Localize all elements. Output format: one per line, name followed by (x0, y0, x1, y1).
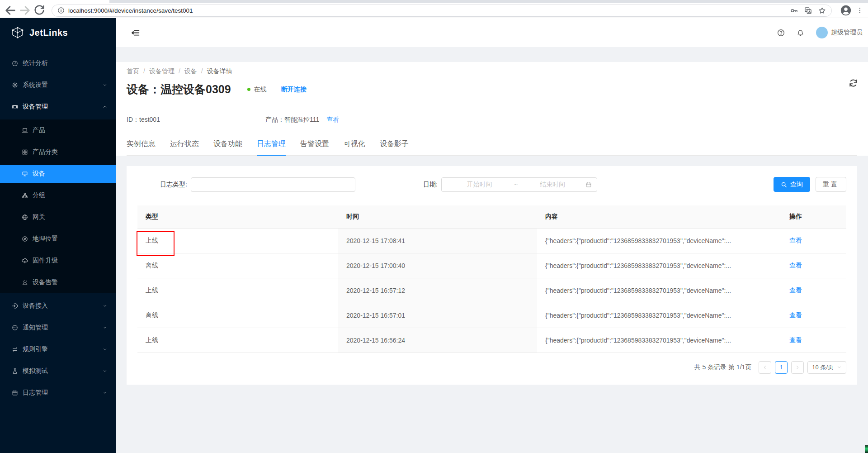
cell-time: 2020-12-15 16:56:24 (338, 328, 537, 353)
col-time: 时间 (338, 205, 537, 228)
cluster-icon (22, 192, 28, 199)
cell-content: {"headers":{"productId":"123685983383270… (537, 253, 781, 278)
reload-icon[interactable] (33, 5, 45, 16)
device-manage-icon (12, 104, 18, 110)
sidebar-item-compass[interactable]: 地理位置 (0, 230, 116, 248)
date-range-picker[interactable]: 开始时间 ~ 结束时间 (441, 177, 597, 192)
detail-tabs: 实例信息运行状态设备功能日志管理告警设置可视化设备影子 (127, 139, 857, 156)
breadcrumb-device[interactable]: 设备 (184, 67, 197, 75)
calendar-icon (12, 390, 18, 396)
cell-time: 2020-12-15 17:08:41 (338, 228, 537, 253)
sidebar-item-monitor[interactable]: 设备 (0, 165, 116, 183)
end-time-placeholder: 结束时间 (519, 181, 585, 189)
cell-action: 查看 (781, 328, 846, 353)
login-icon (12, 303, 18, 309)
view-log-link[interactable]: 查看 (789, 311, 802, 319)
browser-menu-kebab-icon[interactable] (856, 5, 863, 16)
view-log-link[interactable]: 查看 (789, 262, 802, 269)
grid-icon (22, 149, 28, 155)
screen-artifact (865, 445, 868, 453)
tab-实例信息[interactable]: 实例信息 (127, 139, 156, 155)
logo-cube-icon (11, 26, 24, 39)
breadcrumb-current: 设备详情 (207, 67, 232, 75)
view-log-link[interactable]: 查看 (789, 286, 802, 294)
chevron-down-icon (102, 390, 108, 396)
sidebar-item-swap[interactable]: 规则引擎 (0, 340, 116, 358)
disconnect-link[interactable]: 断开连接 (281, 86, 307, 94)
menu-fold-icon[interactable] (131, 29, 140, 37)
pagination: 共 5 条记录 第 1/1页 1 10 条/页 (137, 361, 846, 374)
date-label: 日期: (423, 181, 438, 189)
app-logo[interactable]: JetLinks (0, 18, 116, 47)
cell-content: {"headers":{"productId":"123685983383270… (537, 278, 781, 303)
table-row: 上线 2020-12-15 16:57:12 {"headers":{"prod… (137, 278, 846, 303)
app-header: 超级管理员 (116, 18, 868, 47)
log-table: 类型 时间 内容 操作 上线 2020-12-15 17:08:41 {"hea… (137, 205, 846, 353)
page-1-button[interactable]: 1 (775, 361, 788, 374)
cell-time: 2020-12-15 16:57:01 (338, 303, 537, 328)
page-header: 首页/设备管理/设备/设备详情 设备：温控设备0309 在线 断开连接 ID：t… (116, 62, 868, 156)
page-size-select[interactable]: 10 条/页 (807, 361, 846, 374)
swap-icon (12, 346, 18, 353)
view-log-link[interactable]: 查看 (789, 237, 802, 244)
star-icon[interactable] (818, 7, 826, 14)
sidebar-item-laptop[interactable]: 产品 (0, 121, 116, 139)
back-icon[interactable] (5, 5, 16, 16)
breadcrumb-device-manage[interactable]: 设备管理 (149, 67, 175, 75)
info-icon[interactable] (57, 7, 65, 14)
url-bar[interactable]: localhost:9000/#/device/instance/save/te… (52, 5, 832, 17)
browser-profile-icon[interactable] (840, 5, 852, 16)
sidebar-item-dashboard[interactable]: 统计分析 (0, 54, 116, 72)
page-title: 设备：温控设备0309 (127, 82, 231, 97)
forward-icon[interactable] (19, 5, 31, 16)
tab-运行状态[interactable]: 运行状态 (170, 139, 199, 155)
refresh-page-icon[interactable] (849, 78, 858, 88)
sidebar-item-globe[interactable]: 网关 (0, 208, 116, 226)
search-icon (781, 181, 787, 188)
tab-设备功能[interactable]: 设备功能 (213, 139, 242, 155)
view-log-link[interactable]: 查看 (789, 336, 802, 343)
online-dot-icon (247, 88, 250, 91)
translate-icon[interactable] (804, 7, 812, 14)
sidebar-item-gear[interactable]: 系统设置 (0, 76, 116, 94)
tab-日志管理[interactable]: 日志管理 (257, 139, 286, 156)
sidebar-item-calendar[interactable]: 日志管理 (0, 384, 116, 402)
dashboard-icon (12, 60, 18, 67)
sidebar-item-experiment[interactable]: 模拟测试 (0, 362, 116, 380)
help-icon[interactable] (777, 29, 785, 37)
breadcrumb-home[interactable]: 首页 (127, 67, 139, 75)
sidebar-item-grid[interactable]: 产品分类 (0, 143, 116, 161)
sidebar-item-cluster[interactable]: 分组 (0, 186, 116, 205)
user-menu[interactable]: 超级管理员 (816, 27, 863, 38)
sidebar-item-cloud-upgrade[interactable]: 固件升级 (0, 252, 116, 270)
sidebar-item-login[interactable]: 设备接入 (0, 297, 116, 315)
tab-告警设置[interactable]: 告警设置 (300, 139, 329, 155)
key-icon[interactable] (790, 7, 798, 14)
cell-action: 查看 (781, 303, 846, 328)
tab-可视化[interactable]: 可视化 (344, 139, 365, 155)
chevron-down-icon (102, 82, 108, 88)
reset-button[interactable]: 重置 (816, 177, 846, 192)
sidebar-item-alert[interactable]: 设备告警 (0, 273, 116, 291)
breadcrumb-separator: / (201, 67, 203, 75)
chevron-left-icon (762, 365, 768, 370)
calendar-icon (585, 181, 592, 188)
tab-设备影子[interactable]: 设备影子 (380, 139, 409, 155)
search-button[interactable]: 查询 (774, 177, 810, 192)
pagination-total: 共 5 条记录 第 1/1页 (694, 363, 752, 372)
log-type-input[interactable] (191, 177, 355, 192)
sidebar-item-device-manage[interactable]: 设备管理 (0, 98, 116, 116)
cell-time: 2020-12-15 17:00:40 (338, 253, 537, 278)
bell-icon[interactable] (797, 29, 804, 37)
next-page-button[interactable] (791, 361, 804, 374)
sidebar-item-message[interactable]: 通知管理 (0, 319, 116, 337)
cell-time: 2020-12-15 16:57:12 (338, 278, 537, 303)
log-type-label: 日志类型: (160, 181, 187, 189)
alert-icon (22, 279, 28, 286)
url-text[interactable]: localhost:9000/#/device/instance/save/te… (68, 7, 784, 14)
table-header-row: 类型 时间 内容 操作 (137, 205, 846, 228)
prev-page-button[interactable] (759, 361, 771, 374)
browser-tabstrip (0, 0, 868, 3)
product-view-link[interactable]: 查看 (326, 116, 339, 123)
cell-type: 离线 (137, 303, 338, 328)
